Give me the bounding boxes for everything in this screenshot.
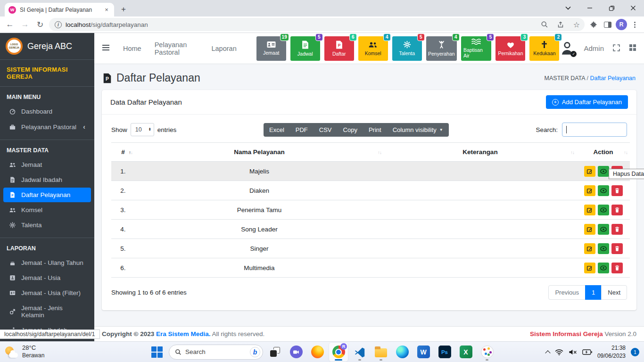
start-button[interactable] [148,343,166,362]
browser-menu-icon[interactable] [629,19,640,30]
nav-link-laporan[interactable]: Laporan [211,45,236,52]
nav-link-pelayanan-pastoral[interactable]: Pelayanan Pastoral [155,41,198,56]
export-excel-button[interactable]: Excel [264,123,290,137]
tab-search-icon[interactable] [557,0,579,16]
delete-button[interactable] [611,205,623,215]
tile-talenta[interactable]: 5 Talenta [392,36,422,61]
sidebar-item-jadwal-ibadah[interactable]: Jadwal Ibadah [3,173,91,187]
admin-avatar[interactable] [559,41,575,57]
col-header-nama-pelayanan[interactable]: Nama Pelayanan [135,143,384,162]
edit-button[interactable] [584,205,595,215]
view-button[interactable] [598,263,609,273]
tile-jadwal[interactable]: 5 Jadwal [290,36,320,61]
tab-close-icon[interactable] [103,6,110,14]
chrome-button[interactable]: R [329,343,348,362]
column-visibility-button[interactable]: Column visibility [387,123,449,137]
sidebar-item-dashboard[interactable]: Dashboard [3,104,91,119]
sidebar-brand[interactable]: LOGOGEREJA Gereja ABC [0,33,94,60]
vscode-button[interactable] [350,343,369,362]
edge-button[interactable] [393,343,412,362]
minimize-icon[interactable] [579,0,601,16]
task-view-button[interactable] [265,343,284,362]
site-info-icon[interactable] [55,21,62,28]
page-length-select[interactable]: 10 [131,123,154,136]
delete-button[interactable] [611,243,623,254]
sidebar-item-jemaat-usia-filter[interactable]: Jemaat - Usia (Filter) [3,286,91,300]
chat-button[interactable] [287,343,305,362]
sidebar-item-komsel[interactable]: Komsel [3,203,91,217]
sidebar-item-talenta[interactable]: Talenta [3,218,91,232]
wifi-icon[interactable] [555,349,563,355]
breadcrumb-current[interactable]: Daftar Pelayanan [590,75,636,82]
view-button[interactable] [598,166,609,177]
notification-badge[interactable]: 1 [631,348,639,356]
photoshop-button[interactable] [435,343,454,362]
sidebar-item-pelayanan-pastoral[interactable]: Pelayanan Pastoral [3,119,91,134]
edit-button[interactable] [584,185,595,196]
tile-komsel[interactable]: 4 Komsel [358,36,388,61]
battery-charging-icon[interactable] [582,349,592,355]
col-header-keterangan[interactable]: Keterangan [384,143,577,162]
weather-widget[interactable]: 28°CBerawan [5,342,44,362]
file-explorer-button[interactable] [372,343,390,362]
tile-pernikahan[interactable]: 3 Pernikahan [495,36,525,61]
sidebar-item-jemaat-usia[interactable]: Jemaat - Usia [3,271,91,285]
excel-button[interactable] [456,343,475,362]
col-header-action[interactable]: Action [577,143,630,162]
forward-icon[interactable] [19,18,31,31]
nav-link-home[interactable]: Home [123,45,141,52]
reload-icon[interactable] [34,18,46,31]
export-csv-button[interactable]: CSV [314,123,338,137]
sidebar-item-daftar-pelayanan[interactable]: P Daftar Pelayanan [3,188,91,202]
tile-jemaat[interactable]: 19 Jemaat [256,36,286,61]
col-header-number[interactable]: # [111,143,135,162]
view-button[interactable] [598,224,609,235]
share-icon[interactable] [554,18,567,31]
fullscreen-icon[interactable] [612,44,620,53]
new-tab-button[interactable] [117,3,130,16]
address-bar[interactable]: localhost/sig/daftarpelayanan [49,18,585,31]
delete-button[interactable] [611,263,623,273]
view-button[interactable] [598,243,609,254]
firefox-button[interactable] [308,343,327,362]
close-window-icon[interactable] [622,0,644,16]
taskbar-clock[interactable]: 21:3809/06/2023 [597,344,626,359]
sidebar-item-jemaat[interactable]: Jemaat [3,157,91,172]
bookmark-star-icon[interactable] [570,18,583,31]
hamburger-menu-icon[interactable] [102,44,110,52]
extensions-puzzle-icon[interactable] [587,18,600,31]
browser-profile-avatar[interactable]: R [616,19,627,30]
pagination-next[interactable]: Next [601,285,627,300]
taskbar-search[interactable]: Search [169,345,263,360]
breadcrumb-root[interactable]: MASTER DATA [545,75,585,82]
side-panel-icon[interactable] [602,18,614,31]
export-copy-button[interactable]: Copy [338,123,363,137]
view-button[interactable] [598,205,609,215]
edit-button[interactable] [584,166,595,177]
search-input[interactable] [562,123,627,137]
edit-button[interactable] [584,224,595,235]
sidebar-item-jemaat-jenis-kelamin[interactable]: Jemaat - Jenis Kelamin [3,301,91,322]
browser-tab[interactable]: SI Gereja | Daftar Pelayanan [5,3,114,16]
word-button[interactable] [414,343,433,362]
view-button[interactable] [598,185,609,196]
edit-button[interactable] [584,243,595,254]
edit-button[interactable] [584,263,595,273]
paint-button[interactable] [478,343,496,362]
tile-penyerahan[interactable]: 4 Penyerahan [426,36,457,61]
tile-daftar[interactable]: 6 P Daftar [324,36,354,61]
restore-icon[interactable] [601,0,622,16]
admin-username[interactable]: Admin [584,44,604,52]
volume-muted-icon[interactable] [569,349,577,355]
tile-kedukaan[interactable]: 2 Kedukaan [529,36,559,61]
pagination-previous[interactable]: Previous [548,285,586,300]
pagination-page-1[interactable]: 1 [585,285,602,300]
bing-icon[interactable] [250,347,260,357]
delete-button[interactable] [611,185,623,196]
back-icon[interactable] [4,18,16,31]
export-print-button[interactable]: Print [363,123,387,137]
grid-menu-icon[interactable] [629,44,636,53]
tray-chevron-up-icon[interactable] [545,350,550,355]
tile-baptisan-air[interactable]: 5 Baptisan Air [461,36,492,61]
sidebar-item-jemaat-ulang-tahun[interactable]: Jemaat - Ulang Tahun [3,255,91,270]
